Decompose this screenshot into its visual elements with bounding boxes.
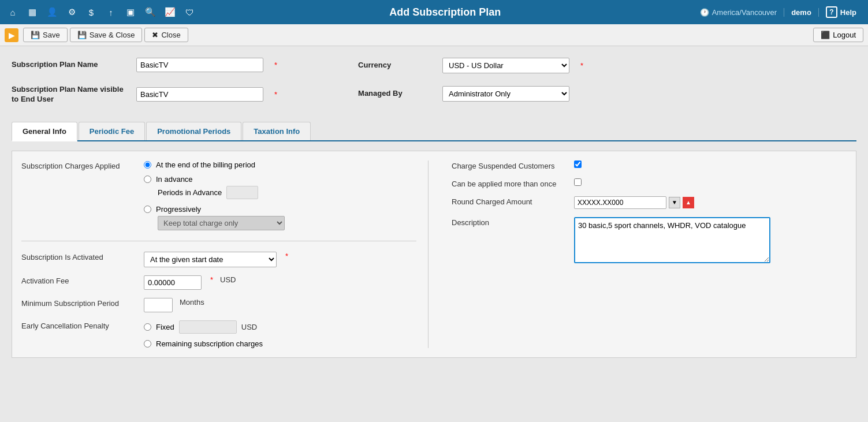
managed-by-row: Managed By Administrator Only	[358, 86, 583, 102]
penalty-fixed-input[interactable]	[179, 320, 237, 334]
save-close-button[interactable]: 💾 Save & Close	[70, 28, 143, 42]
penalty-fixed-row: Fixed USD	[144, 320, 263, 334]
currency-row: Currency USD - US Dollar *	[358, 58, 583, 73]
nav-chart-icon[interactable]: 📈	[162, 4, 178, 20]
charge-suspended-row: Charge Suspended Customers	[452, 160, 847, 170]
timezone-display: 🕐 America/Vancouver	[693, 8, 784, 17]
tab-left: Subscription Charges Applied At the end …	[21, 160, 429, 348]
plan-name-label: Subscription Plan Name	[12, 60, 127, 70]
in-advance-group: In advance Periods in Advance	[144, 175, 285, 199]
nav-person-icon[interactable]: 👤	[44, 4, 60, 20]
nav-home-icon[interactable]: ⌂	[5, 4, 21, 20]
save-label: Save	[43, 31, 60, 39]
tab-content-general-info: Subscription Charges Applied At the end …	[12, 151, 856, 358]
user-display: demo	[784, 8, 819, 17]
logout-button[interactable]: ⬛ Logout	[813, 28, 863, 42]
nav-icons: ⌂ ▦ 👤 ⚙ $ ↑ ▣ 🔍 📈 🛡	[5, 4, 198, 20]
nav-grid-icon[interactable]: ▦	[24, 4, 40, 20]
subscription-activated-label: Subscription Is Activated	[21, 252, 137, 262]
penalty-fixed-currency: USD	[241, 323, 257, 331]
subscription-charges-row: Subscription Charges Applied At the end …	[21, 160, 416, 230]
periods-in-advance-input[interactable]	[226, 186, 258, 199]
close-label: Close	[161, 31, 180, 39]
subscription-activated-row: Subscription Is Activated At the given s…	[21, 252, 416, 267]
subscription-activated-select[interactable]: At the given start date	[144, 252, 277, 267]
periods-in-advance-label: Periods in Advance	[158, 188, 222, 197]
description-label: Description	[452, 217, 567, 227]
can-applied-row: Can be applied more than once	[452, 178, 847, 188]
radio-in-advance[interactable]	[144, 175, 151, 183]
clock-icon: 🕐	[700, 8, 709, 17]
charge-suspended-checkbox[interactable]	[574, 160, 582, 168]
penalty-remaining-row: Remaining subscription charges	[144, 339, 263, 348]
header-left: Subscription Plan Name * Subscription Pl…	[12, 58, 277, 111]
help-icon: ?	[826, 6, 837, 18]
logout-icon: ⬛	[821, 31, 830, 39]
save-icon: 💾	[31, 31, 40, 39]
nav-dollar-icon[interactable]: $	[83, 4, 99, 20]
navbar-right: 🕐 America/Vancouver demo ? Help	[693, 6, 863, 18]
divider-1	[21, 241, 416, 241]
radio-penalty-remaining[interactable]	[144, 340, 151, 348]
activation-required: *	[285, 252, 288, 260]
managed-by-select[interactable]: Administrator Only	[442, 86, 569, 102]
rca-controls: ▼ ▲	[574, 196, 694, 209]
currency-select[interactable]: USD - US Dollar	[442, 58, 569, 73]
nav-settings-icon[interactable]: ⚙	[64, 4, 80, 20]
subscription-charges-label: Subscription Charges Applied	[21, 160, 137, 170]
logout-label: Logout	[833, 31, 856, 39]
nav-shield-icon[interactable]: 🛡	[181, 4, 198, 20]
help-button[interactable]: ? Help	[819, 6, 863, 18]
radio-penalty-fixed-label: Fixed	[156, 323, 174, 331]
keep-charge-row: Keep total charge only	[158, 216, 285, 230]
description-row: Description 30 basic,5 sport channels, W…	[452, 217, 847, 263]
round-charged-row: Round Charged Amount ▼ ▲	[452, 196, 847, 209]
tabs: General Info Periodic Fee Promotional Pe…	[12, 122, 856, 141]
page-title: Add Subscription Plan	[198, 6, 693, 18]
nav-layout-icon[interactable]: ▣	[122, 4, 139, 20]
save-button[interactable]: 💾 Save	[23, 28, 68, 42]
tab-taxation-info[interactable]: Taxation Info	[243, 122, 311, 140]
nav-search-icon[interactable]: 🔍	[142, 4, 158, 20]
keep-charge-select[interactable]: Keep total charge only	[158, 216, 285, 230]
radio-end-billing[interactable]	[144, 161, 151, 169]
description-textarea[interactable]: 30 basic,5 sport channels, WHDR, VOD cat…	[574, 217, 770, 263]
charges-radio-group: At the end of the billing period In adva…	[144, 160, 285, 230]
activation-fee-required: *	[210, 275, 213, 284]
round-charged-down-button[interactable]: ▼	[669, 197, 680, 208]
nav-upload-icon[interactable]: ↑	[103, 4, 119, 20]
tab-general-info[interactable]: General Info	[12, 122, 77, 141]
plan-name-input[interactable]	[136, 58, 263, 72]
plan-name-row: Subscription Plan Name *	[12, 58, 277, 72]
can-applied-checkbox[interactable]	[574, 178, 582, 186]
plan-name-end-user-required: *	[274, 90, 277, 99]
charge-suspended-label: Charge Suspended Customers	[452, 160, 567, 170]
navbar: ⌂ ▦ 👤 ⚙ $ ↑ ▣ 🔍 📈 🛡 Add Subscription Pla…	[0, 0, 868, 24]
months-label: Months	[180, 298, 204, 307]
timezone-label: America/Vancouver	[712, 8, 777, 17]
tab-right: Charge Suspended Customers Can be applie…	[446, 160, 847, 348]
radio-in-advance-row: In advance	[144, 175, 285, 184]
round-charged-input[interactable]	[574, 196, 666, 209]
min-subscription-label: Minimum Subscription Period	[21, 298, 137, 308]
radio-progressively[interactable]	[144, 206, 151, 213]
plan-name-required: *	[274, 61, 277, 69]
min-subscription-row: Minimum Subscription Period Months	[21, 298, 416, 312]
activation-fee-currency: USD	[220, 275, 236, 284]
radio-penalty-remaining-label: Remaining subscription charges	[156, 339, 263, 348]
main-content: Subscription Plan Name * Subscription Pl…	[0, 46, 868, 369]
activation-fee-input[interactable]	[144, 275, 202, 290]
tab-periodic-fee[interactable]: Periodic Fee	[79, 122, 145, 140]
header-form: Subscription Plan Name * Subscription Pl…	[12, 58, 856, 111]
play-button[interactable]: ▶	[5, 28, 18, 42]
round-charged-up-button[interactable]: ▲	[683, 197, 694, 208]
min-subscription-input[interactable]	[144, 298, 173, 312]
close-button[interactable]: ✖ Close	[144, 28, 188, 42]
plan-name-end-user-input[interactable]	[136, 87, 263, 102]
periods-in-advance-row: Periods in Advance	[158, 186, 285, 199]
radio-progressively-row: Progressively	[144, 205, 285, 214]
tab-promotional-periods[interactable]: Promotional Periods	[146, 122, 241, 140]
penalty-radio-group: Fixed USD Remaining subscription charges	[144, 320, 263, 348]
help-label: Help	[840, 8, 856, 17]
radio-penalty-fixed[interactable]	[144, 323, 151, 331]
